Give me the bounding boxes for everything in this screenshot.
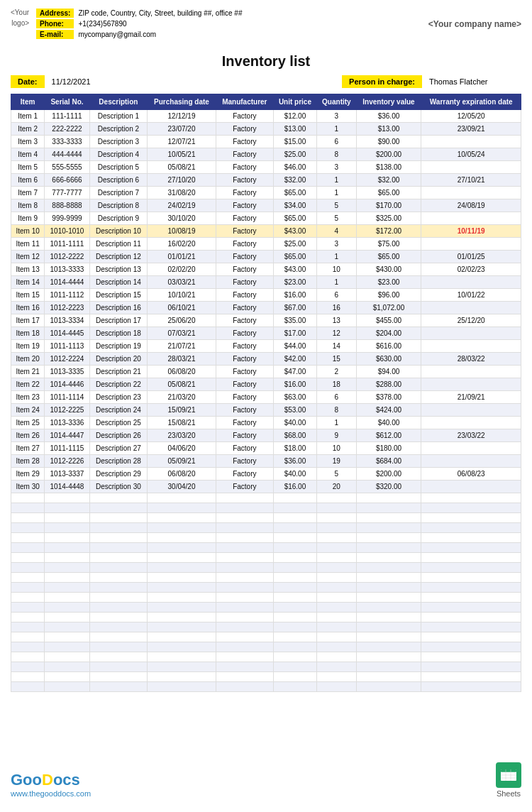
table-cell: Item 4 <box>11 148 45 161</box>
table-cell: 25/06/20 <box>148 314 216 327</box>
table-cell: 27/10/21 <box>421 174 521 187</box>
table-cell: 1013-3334 <box>45 314 89 327</box>
table-cell: Factory <box>216 366 273 378</box>
table-cell: 06/08/20 <box>148 468 216 481</box>
table-cell: $180.00 <box>356 442 421 455</box>
table-cell: Item 12 <box>11 251 45 263</box>
table-cell: Description 12 <box>89 251 147 263</box>
table-cell-empty <box>273 493 317 503</box>
email-label: E-mail: <box>36 30 74 39</box>
table-cell-empty <box>148 583 216 593</box>
table-row-empty <box>11 662 521 672</box>
table-col-header: Serial No. <box>45 94 89 110</box>
table-cell-empty <box>421 593 521 603</box>
table-cell: 6 <box>317 136 356 148</box>
table-cell: Item 17 <box>11 314 45 327</box>
table-cell-empty <box>317 523 356 533</box>
table-cell-empty <box>216 622 273 632</box>
table-cell: 10/08/19 <box>148 225 216 238</box>
table-cell-empty <box>273 583 317 593</box>
table-row-empty <box>11 632 521 642</box>
table-row: Item 301014-4448Description 3030/04/20Fa… <box>11 481 521 493</box>
table-cell-empty <box>45 543 89 553</box>
table-cell-empty <box>216 642 273 652</box>
table-cell: 06/08/20 <box>148 366 216 378</box>
table-cell-empty <box>317 513 356 523</box>
table-cell: 1014-4446 <box>45 378 89 391</box>
table-cell-empty <box>273 573 317 583</box>
table-cell: 6 <box>317 391 356 404</box>
table-cell: $90.00 <box>356 136 421 148</box>
table-row-empty <box>11 503 521 513</box>
table-cell: 07/03/21 <box>148 327 216 340</box>
table-cell-empty <box>356 523 421 533</box>
table-cell: 10 <box>317 263 356 276</box>
table-cell-empty <box>148 573 216 583</box>
table-header-row: ItemSerial No.DescriptionPurchasing date… <box>11 94 521 110</box>
table-cell: Factory <box>216 136 273 148</box>
table-cell-empty <box>216 543 273 553</box>
table-col-header: Description <box>89 94 147 110</box>
table-col-header: Quantity <box>317 94 356 110</box>
table-col-header: Item <box>11 94 45 110</box>
table-cell-empty <box>216 553 273 563</box>
table-cell-empty <box>89 573 147 583</box>
table-cell-empty <box>317 583 356 593</box>
table-cell: 15/08/21 <box>148 417 216 429</box>
table-cell: $36.00 <box>273 455 317 468</box>
table-cell: Description 29 <box>89 468 147 481</box>
table-cell: $204.00 <box>356 327 421 340</box>
table-cell-empty <box>273 543 317 553</box>
table-cell: Description 18 <box>89 327 147 340</box>
table-cell-empty <box>45 533 89 543</box>
table-cell-empty <box>421 622 521 632</box>
table-cell: Item 5 <box>11 161 45 174</box>
table-row: Item 1111-1111Description 112/12/19Facto… <box>11 110 521 123</box>
sheets-icon <box>496 762 521 788</box>
table-cell-empty <box>317 543 356 553</box>
table-cell: $46.00 <box>273 161 317 174</box>
table-cell: $32.00 <box>273 174 317 187</box>
table-cell: 8 <box>317 404 356 417</box>
table-cell-empty <box>11 513 45 523</box>
table-row: Item 261014-4447Description 2623/03/20Fa… <box>11 429 521 442</box>
table-cell <box>421 442 521 455</box>
date-label: Date: <box>11 75 45 88</box>
table-cell: Item 15 <box>11 289 45 302</box>
table-col-header: Manufacturer <box>216 94 273 110</box>
table-cell: 18 <box>317 378 356 391</box>
table-row-empty <box>11 573 521 583</box>
table-cell-empty <box>89 682 147 692</box>
table-cell: $65.00 <box>273 212 317 225</box>
date-value: 11/12/2021 <box>52 77 336 86</box>
table-cell: 28/03/21 <box>148 353 216 366</box>
table-cell: 555-5555 <box>45 161 89 174</box>
table-cell-empty <box>356 652 421 662</box>
table-cell-empty <box>45 642 89 652</box>
table-cell: Item 19 <box>11 340 45 353</box>
table-cell: 06/08/23 <box>421 468 521 481</box>
table-cell: Factory <box>216 174 273 187</box>
table-cell <box>421 455 521 468</box>
table-cell: Description 8 <box>89 199 147 212</box>
table-row-empty <box>11 603 521 613</box>
table-cell-empty <box>11 503 45 513</box>
table-cell <box>421 161 521 174</box>
table-cell-empty <box>356 593 421 603</box>
table-cell: Item 1 <box>11 110 45 123</box>
page-title: Inventory list <box>11 53 521 70</box>
table-cell: $170.00 <box>356 199 421 212</box>
table-cell-empty <box>317 622 356 632</box>
table-row: Item 291013-3337Description 2906/08/20Fa… <box>11 468 521 481</box>
table-row: Item 161012-2223Description 1606/10/21Fa… <box>11 302 521 314</box>
table-cell: $424.00 <box>356 404 421 417</box>
table-cell: 23/09/21 <box>421 123 521 136</box>
table-cell: 111-1111 <box>45 110 89 123</box>
table-cell: Factory <box>216 199 273 212</box>
table-cell: Description 14 <box>89 276 147 289</box>
table-cell: $23.00 <box>273 276 317 289</box>
table-cell: 28/03/22 <box>421 353 521 366</box>
table-cell-empty <box>356 543 421 553</box>
table-cell: Factory <box>216 251 273 263</box>
table-cell: 1012-2224 <box>45 353 89 366</box>
